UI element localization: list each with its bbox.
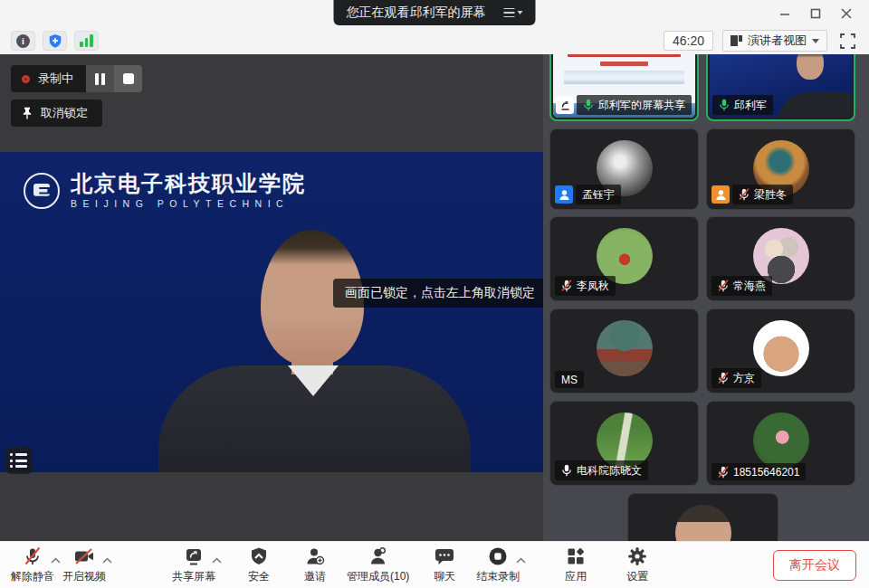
- mic-muted-icon: [23, 545, 43, 567]
- manage-members-button[interactable]: 管理成员(10): [347, 545, 409, 584]
- minimize-button[interactable]: [769, 0, 800, 27]
- end-recording-button[interactable]: 结束录制: [476, 545, 520, 584]
- fullscreen-button[interactable]: [836, 31, 858, 51]
- lock-tooltip: 画面已锁定，点击左上角取消锁定: [333, 279, 543, 308]
- bottom-toolbar: 解除静音 开启视频 共享屏幕 安全: [0, 541, 869, 588]
- recording-status: 录制中: [11, 65, 86, 92]
- video-options-chevron[interactable]: [102, 551, 112, 567]
- close-icon: [841, 8, 852, 19]
- invite-button[interactable]: 邀请: [294, 545, 336, 584]
- tile-screen-share[interactable]: 邱利军的屏幕共享: [549, 54, 699, 121]
- mic-muted-icon: [718, 466, 729, 479]
- chevron-down-icon: [518, 11, 523, 14]
- leave-meeting-button[interactable]: 离开会议: [773, 550, 856, 581]
- watching-screen-pill: 您正在观看邱利军的屏幕: [334, 0, 536, 25]
- info-icon: [16, 34, 30, 48]
- meeting-timer: 46:20: [664, 31, 713, 51]
- tile-18515646201[interactable]: 18515646201: [706, 401, 855, 486]
- audio-badge-icon: [555, 185, 573, 204]
- shield-plus-icon: [48, 33, 62, 49]
- security-shield-button[interactable]: [43, 31, 67, 51]
- avatar: [753, 413, 809, 469]
- chat-button[interactable]: 聊天: [424, 545, 465, 584]
- meeting-info-button[interactable]: [11, 31, 35, 51]
- fullscreen-icon: [840, 33, 855, 49]
- participant-name: 邱利军的屏幕共享: [598, 98, 685, 113]
- stop-icon: [123, 73, 134, 84]
- gear-icon: [627, 545, 647, 567]
- participants-sidebar: 邱利军的屏幕共享 邱利军: [543, 54, 869, 541]
- signal-bars-icon: [80, 34, 93, 47]
- view-mode-dropdown[interactable]: 演讲者视图: [722, 30, 827, 52]
- recording-dot-icon: [22, 75, 30, 83]
- list-icon: [10, 453, 33, 456]
- security-shield-icon: [250, 545, 268, 567]
- tile-mengyuyu[interactable]: 孟钰宇: [549, 128, 699, 210]
- participant-name: 孟钰宇: [582, 187, 615, 203]
- participant-name: 李凤秋: [577, 279, 609, 294]
- unmute-button[interactable]: 解除静音: [11, 545, 54, 584]
- tile-ms[interactable]: MS: [549, 308, 699, 394]
- unmute-options-chevron[interactable]: [51, 551, 61, 567]
- speaker-video: 北京电子科技职业学院 BEIJING POLYTECHNIC: [0, 152, 543, 472]
- recording-label: 录制中: [38, 71, 73, 87]
- recording-options-chevron[interactable]: [516, 551, 526, 567]
- camera-off-icon: [73, 545, 95, 567]
- participant-name: 方京: [733, 371, 755, 386]
- stop-record-icon: [488, 545, 508, 567]
- participant-name: 梁胜冬: [754, 187, 787, 203]
- hamburger-icon: [504, 8, 515, 18]
- tile-chenxiaowen[interactable]: 电科院陈晓文: [549, 401, 699, 486]
- recording-control: 录制中: [11, 65, 142, 92]
- mic-on-icon: [583, 99, 594, 111]
- security-button[interactable]: 安全: [238, 545, 280, 584]
- agenda-list-button[interactable]: [5, 447, 33, 474]
- tile-changhaiyan[interactable]: 常海燕: [706, 216, 855, 301]
- apps-button[interactable]: 应用: [555, 545, 597, 584]
- view-mode-label: 演讲者视图: [748, 33, 807, 49]
- tile-lifengqiu[interactable]: 李凤秋: [549, 216, 699, 301]
- mic-idle-icon: [561, 464, 572, 477]
- status-icons: [11, 31, 99, 51]
- chat-bubble-icon: [434, 545, 454, 567]
- chevron-down-icon: [812, 39, 819, 43]
- pause-recording-button[interactable]: [86, 65, 114, 92]
- participant-name: 常海燕: [733, 279, 766, 294]
- start-video-button[interactable]: 开启视频: [62, 545, 106, 584]
- tile-liangshengdong[interactable]: 梁胜冬: [706, 128, 855, 210]
- titlebar: 您正在观看邱利军的屏幕: [0, 0, 869, 27]
- share-screen-button[interactable]: 共享屏幕: [172, 545, 215, 584]
- screen-share-menu-button[interactable]: [495, 5, 532, 22]
- tile-fangjing[interactable]: 方京: [706, 308, 855, 394]
- pin-icon: [22, 107, 33, 119]
- mic-muted-icon: [718, 372, 729, 384]
- university-logo: [24, 173, 60, 209]
- settings-button[interactable]: 设置: [616, 545, 658, 584]
- invite-person-icon: [305, 545, 325, 567]
- university-banner: 北京电子科技职业学院 BEIJING POLYTECHNIC: [24, 172, 306, 209]
- banner-chinese: 北京电子科技职业学院: [71, 172, 306, 195]
- maximize-button[interactable]: [800, 0, 831, 27]
- audio-badge-icon: [711, 185, 730, 204]
- mic-muted-icon: [561, 280, 572, 292]
- share-screen-icon: [184, 545, 204, 567]
- participant-name: 电科院陈晓文: [577, 463, 642, 479]
- meeting-window: 您正在观看邱利军的屏幕: [0, 0, 869, 588]
- network-signal-button[interactable]: [74, 31, 99, 51]
- avatar: [597, 320, 653, 376]
- stop-recording-button[interactable]: [114, 65, 142, 92]
- avatar: [675, 505, 731, 541]
- members-icon: [368, 545, 388, 567]
- unpin-button[interactable]: 取消锁定: [11, 100, 102, 127]
- close-button[interactable]: [831, 0, 862, 27]
- participant-name: MS: [561, 374, 578, 386]
- window-controls: [769, 0, 862, 27]
- main-stage: 北京电子科技职业学院 BEIJING POLYTECHNIC 录制中: [0, 54, 543, 541]
- tile-child-video[interactable]: [627, 493, 778, 541]
- statusbar-right: 46:20 演讲者视图: [664, 30, 858, 52]
- pause-icon: [95, 73, 105, 85]
- statusbar: 46:20 演讲者视图: [0, 27, 869, 54]
- tile-qiulijun[interactable]: 邱利军: [706, 54, 855, 121]
- share-options-chevron[interactable]: [212, 551, 222, 567]
- mic-muted-icon: [718, 280, 729, 292]
